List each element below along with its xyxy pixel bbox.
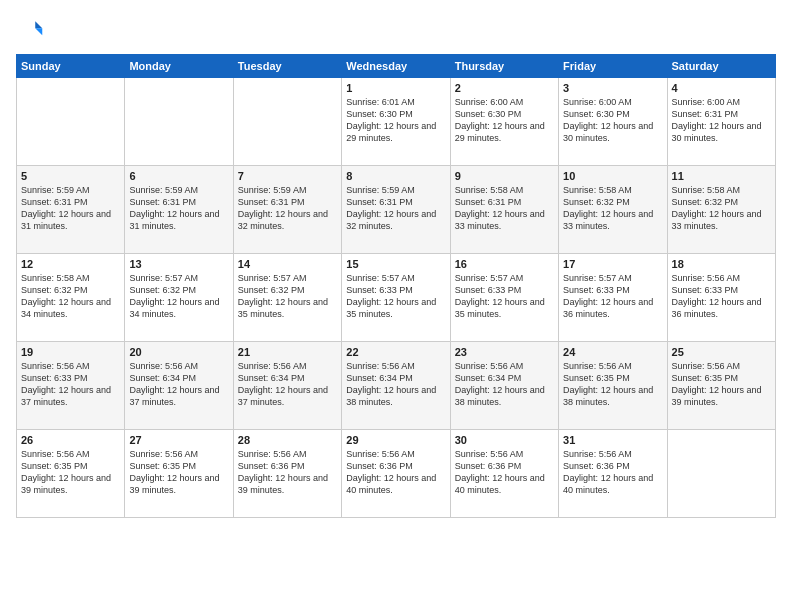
cell-content: Sunrise: 5:57 AM Sunset: 6:33 PM Dayligh… <box>455 272 554 321</box>
cell-content: Sunrise: 5:56 AM Sunset: 6:34 PM Dayligh… <box>129 360 228 409</box>
day-number: 25 <box>672 346 771 358</box>
cell-content: Sunrise: 5:58 AM Sunset: 6:32 PM Dayligh… <box>672 184 771 233</box>
cell-content: Sunrise: 5:56 AM Sunset: 6:34 PM Dayligh… <box>346 360 445 409</box>
day-number: 23 <box>455 346 554 358</box>
cell-content: Sunrise: 5:56 AM Sunset: 6:36 PM Dayligh… <box>563 448 662 497</box>
calendar-cell: 27Sunrise: 5:56 AM Sunset: 6:35 PM Dayli… <box>125 430 233 518</box>
cell-content: Sunrise: 5:56 AM Sunset: 6:36 PM Dayligh… <box>455 448 554 497</box>
calendar-table: SundayMondayTuesdayWednesdayThursdayFrid… <box>16 54 776 518</box>
svg-marker-1 <box>35 28 42 35</box>
day-number: 3 <box>563 82 662 94</box>
calendar-cell: 7Sunrise: 5:59 AM Sunset: 6:31 PM Daylig… <box>233 166 341 254</box>
cell-content: Sunrise: 5:56 AM Sunset: 6:35 PM Dayligh… <box>672 360 771 409</box>
day-number: 24 <box>563 346 662 358</box>
calendar-cell: 30Sunrise: 5:56 AM Sunset: 6:36 PM Dayli… <box>450 430 558 518</box>
calendar-cell: 19Sunrise: 5:56 AM Sunset: 6:33 PM Dayli… <box>17 342 125 430</box>
calendar-cell: 25Sunrise: 5:56 AM Sunset: 6:35 PM Dayli… <box>667 342 775 430</box>
cell-content: Sunrise: 5:58 AM Sunset: 6:31 PM Dayligh… <box>455 184 554 233</box>
calendar-cell: 8Sunrise: 5:59 AM Sunset: 6:31 PM Daylig… <box>342 166 450 254</box>
calendar-cell: 17Sunrise: 5:57 AM Sunset: 6:33 PM Dayli… <box>559 254 667 342</box>
calendar-cell: 29Sunrise: 5:56 AM Sunset: 6:36 PM Dayli… <box>342 430 450 518</box>
day-number: 26 <box>21 434 120 446</box>
day-number: 11 <box>672 170 771 182</box>
calendar-cell: 24Sunrise: 5:56 AM Sunset: 6:35 PM Dayli… <box>559 342 667 430</box>
day-number: 1 <box>346 82 445 94</box>
calendar-cell: 18Sunrise: 5:56 AM Sunset: 6:33 PM Dayli… <box>667 254 775 342</box>
day-number: 28 <box>238 434 337 446</box>
calendar-cell: 20Sunrise: 5:56 AM Sunset: 6:34 PM Dayli… <box>125 342 233 430</box>
column-header-wednesday: Wednesday <box>342 55 450 78</box>
calendar-cell: 26Sunrise: 5:56 AM Sunset: 6:35 PM Dayli… <box>17 430 125 518</box>
cell-content: Sunrise: 5:56 AM Sunset: 6:33 PM Dayligh… <box>672 272 771 321</box>
day-number: 22 <box>346 346 445 358</box>
cell-content: Sunrise: 5:56 AM Sunset: 6:35 PM Dayligh… <box>563 360 662 409</box>
week-row-2: 5Sunrise: 5:59 AM Sunset: 6:31 PM Daylig… <box>17 166 776 254</box>
cell-content: Sunrise: 5:56 AM Sunset: 6:35 PM Dayligh… <box>129 448 228 497</box>
calendar-cell <box>125 78 233 166</box>
column-header-friday: Friday <box>559 55 667 78</box>
cell-content: Sunrise: 6:01 AM Sunset: 6:30 PM Dayligh… <box>346 96 445 145</box>
cell-content: Sunrise: 5:59 AM Sunset: 6:31 PM Dayligh… <box>238 184 337 233</box>
cell-content: Sunrise: 5:56 AM Sunset: 6:36 PM Dayligh… <box>238 448 337 497</box>
calendar-cell: 12Sunrise: 5:58 AM Sunset: 6:32 PM Dayli… <box>17 254 125 342</box>
day-number: 2 <box>455 82 554 94</box>
day-number: 31 <box>563 434 662 446</box>
day-number: 18 <box>672 258 771 270</box>
calendar-cell <box>233 78 341 166</box>
day-number: 27 <box>129 434 228 446</box>
cell-content: Sunrise: 5:58 AM Sunset: 6:32 PM Dayligh… <box>21 272 120 321</box>
calendar-cell <box>17 78 125 166</box>
cell-content: Sunrise: 5:57 AM Sunset: 6:33 PM Dayligh… <box>346 272 445 321</box>
calendar-cell <box>667 430 775 518</box>
day-number: 8 <box>346 170 445 182</box>
calendar-cell: 2Sunrise: 6:00 AM Sunset: 6:30 PM Daylig… <box>450 78 558 166</box>
week-row-5: 26Sunrise: 5:56 AM Sunset: 6:35 PM Dayli… <box>17 430 776 518</box>
day-number: 16 <box>455 258 554 270</box>
column-header-tuesday: Tuesday <box>233 55 341 78</box>
day-number: 5 <box>21 170 120 182</box>
calendar-cell: 16Sunrise: 5:57 AM Sunset: 6:33 PM Dayli… <box>450 254 558 342</box>
day-number: 4 <box>672 82 771 94</box>
day-number: 13 <box>129 258 228 270</box>
calendar-cell: 10Sunrise: 5:58 AM Sunset: 6:32 PM Dayli… <box>559 166 667 254</box>
logo-icon <box>16 16 44 44</box>
day-number: 7 <box>238 170 337 182</box>
calendar-cell: 22Sunrise: 5:56 AM Sunset: 6:34 PM Dayli… <box>342 342 450 430</box>
week-row-3: 12Sunrise: 5:58 AM Sunset: 6:32 PM Dayli… <box>17 254 776 342</box>
cell-content: Sunrise: 5:56 AM Sunset: 6:34 PM Dayligh… <box>455 360 554 409</box>
day-number: 29 <box>346 434 445 446</box>
day-number: 20 <box>129 346 228 358</box>
calendar-cell: 13Sunrise: 5:57 AM Sunset: 6:32 PM Dayli… <box>125 254 233 342</box>
day-number: 14 <box>238 258 337 270</box>
calendar-cell: 14Sunrise: 5:57 AM Sunset: 6:32 PM Dayli… <box>233 254 341 342</box>
logo <box>16 16 48 44</box>
column-header-saturday: Saturday <box>667 55 775 78</box>
calendar-cell: 15Sunrise: 5:57 AM Sunset: 6:33 PM Dayli… <box>342 254 450 342</box>
calendar-cell: 6Sunrise: 5:59 AM Sunset: 6:31 PM Daylig… <box>125 166 233 254</box>
cell-content: Sunrise: 5:56 AM Sunset: 6:33 PM Dayligh… <box>21 360 120 409</box>
cell-content: Sunrise: 5:59 AM Sunset: 6:31 PM Dayligh… <box>129 184 228 233</box>
calendar-cell: 11Sunrise: 5:58 AM Sunset: 6:32 PM Dayli… <box>667 166 775 254</box>
day-number: 6 <box>129 170 228 182</box>
cell-content: Sunrise: 5:56 AM Sunset: 6:36 PM Dayligh… <box>346 448 445 497</box>
calendar-cell: 28Sunrise: 5:56 AM Sunset: 6:36 PM Dayli… <box>233 430 341 518</box>
column-header-monday: Monday <box>125 55 233 78</box>
calendar-cell: 31Sunrise: 5:56 AM Sunset: 6:36 PM Dayli… <box>559 430 667 518</box>
day-number: 30 <box>455 434 554 446</box>
column-header-sunday: Sunday <box>17 55 125 78</box>
cell-content: Sunrise: 5:56 AM Sunset: 6:35 PM Dayligh… <box>21 448 120 497</box>
calendar-cell: 1Sunrise: 6:01 AM Sunset: 6:30 PM Daylig… <box>342 78 450 166</box>
day-number: 15 <box>346 258 445 270</box>
day-number: 9 <box>455 170 554 182</box>
calendar-cell: 23Sunrise: 5:56 AM Sunset: 6:34 PM Dayli… <box>450 342 558 430</box>
page-header <box>16 16 776 44</box>
calendar-cell: 9Sunrise: 5:58 AM Sunset: 6:31 PM Daylig… <box>450 166 558 254</box>
cell-content: Sunrise: 6:00 AM Sunset: 6:31 PM Dayligh… <box>672 96 771 145</box>
calendar-cell: 4Sunrise: 6:00 AM Sunset: 6:31 PM Daylig… <box>667 78 775 166</box>
cell-content: Sunrise: 5:58 AM Sunset: 6:32 PM Dayligh… <box>563 184 662 233</box>
cell-content: Sunrise: 5:56 AM Sunset: 6:34 PM Dayligh… <box>238 360 337 409</box>
calendar-cell: 5Sunrise: 5:59 AM Sunset: 6:31 PM Daylig… <box>17 166 125 254</box>
calendar-cell: 21Sunrise: 5:56 AM Sunset: 6:34 PM Dayli… <box>233 342 341 430</box>
cell-content: Sunrise: 6:00 AM Sunset: 6:30 PM Dayligh… <box>455 96 554 145</box>
cell-content: Sunrise: 5:59 AM Sunset: 6:31 PM Dayligh… <box>346 184 445 233</box>
